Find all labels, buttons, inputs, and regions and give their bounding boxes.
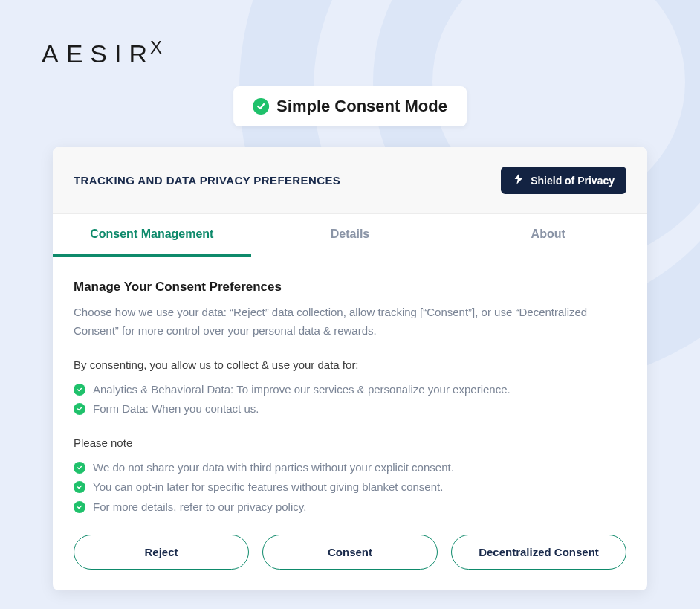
list-item: We do not share your data with third par… [74, 458, 626, 477]
check-icon [74, 384, 85, 396]
consent-button[interactable]: Consent [262, 535, 438, 570]
list-item: For more details, refer to our privacy p… [74, 497, 626, 517]
shield-icon [513, 173, 525, 187]
reject-button[interactable]: Reject [74, 535, 249, 570]
list-item-text: You can opt-in later for specific featur… [93, 477, 443, 497]
mode-badge: Simple Consent Mode [233, 86, 467, 126]
card-header-title: TRACKING AND DATA PRIVACY PREFERENCES [74, 174, 340, 187]
button-row: Reject Consent Decentralized Consent [74, 535, 626, 570]
list-item-text: For more details, refer to our privacy p… [93, 497, 306, 517]
check-icon [74, 462, 85, 474]
check-icon [74, 403, 85, 415]
section-title: Manage Your Consent Preferences [74, 280, 626, 294]
brand-logo: AESIRX [42, 37, 162, 68]
list-item: You can opt-in later for specific featur… [74, 477, 626, 497]
tab-consent-management[interactable]: Consent Management [53, 214, 251, 257]
allow-list: Analytics & Behavioral Data: To improve … [74, 380, 626, 419]
shield-of-privacy-button[interactable]: Shield of Privacy [501, 167, 626, 194]
mode-badge-text: Simple Consent Mode [276, 97, 447, 116]
list-item: Analytics & Behavioral Data: To improve … [74, 380, 626, 399]
decentralized-consent-button[interactable]: Decentralized Consent [451, 535, 626, 570]
note-list: We do not share your data with third par… [74, 458, 626, 517]
list-item-text: Analytics & Behavioral Data: To improve … [93, 380, 511, 399]
check-icon [74, 481, 85, 493]
list-item-text: Form Data: When you contact us. [93, 399, 259, 419]
brand-name: AESIR [42, 39, 155, 68]
tab-about[interactable]: About [449, 214, 647, 257]
list-item: Form Data: When you contact us. [74, 399, 626, 419]
tabs: Consent Management Details About [53, 214, 647, 257]
shield-button-label: Shield of Privacy [531, 175, 615, 187]
consent-card: TRACKING AND DATA PRIVACY PREFERENCES Sh… [53, 147, 647, 590]
brand-suffix: X [150, 37, 162, 57]
list-item-text: We do not share your data with third par… [93, 458, 454, 477]
note-title: Please note [74, 436, 626, 449]
check-icon [74, 501, 85, 513]
card-header: TRACKING AND DATA PRIVACY PREFERENCES Sh… [53, 147, 647, 214]
section-description: Choose how we use your data: “Reject” da… [74, 303, 626, 341]
card-body: Manage Your Consent Preferences Choose h… [53, 257, 647, 590]
tab-details[interactable]: Details [251, 214, 450, 257]
allow-title: By consenting, you allow us to collect &… [74, 358, 626, 371]
check-circle-icon [253, 98, 269, 115]
